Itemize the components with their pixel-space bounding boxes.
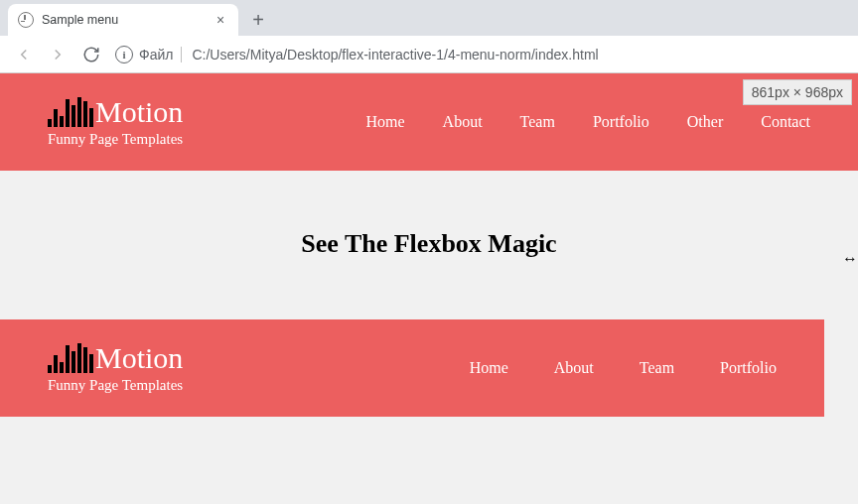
viewport-dimensions-overlay: 861px × 968px [743,79,852,105]
bottom-navbar: Motion Funny Page Templates Home About T… [0,319,824,417]
nav-link-portfolio[interactable]: Portfolio [593,113,649,131]
logo-bars-icon [48,97,93,127]
hero-heading: See The Flexbox Magic [301,229,556,259]
nav-link-about[interactable]: About [443,113,483,131]
brand-tagline: Funny Page Templates [48,377,183,394]
bottom-menu: Home About Team Portfolio [470,359,777,377]
globe-icon [18,12,34,28]
tab-title: Sample menu [42,13,118,27]
brand-name: Motion [95,97,183,127]
brand-name: Motion [95,343,183,373]
nav-link-team[interactable]: Team [520,113,555,131]
nav-link-contact[interactable]: Contact [761,113,810,131]
nav-link-home[interactable]: Home [470,359,508,377]
top-menu: Home About Team Portfolio Other Contact [365,113,810,131]
browser-tab[interactable]: Sample menu × [8,4,238,36]
browser-toolbar: i Файл C:/Users/Mitya/Desktop/flex-inter… [0,36,858,73]
forward-button[interactable] [44,41,72,68]
resize-cursor-icon: ↔ [842,250,858,268]
url-path: C:/Users/Mitya/Desktop/flex-interactive-… [192,47,598,63]
url-prefix: Файл [139,47,173,63]
back-button[interactable] [10,41,38,68]
brand-bottom[interactable]: Motion Funny Page Templates [48,343,183,394]
info-icon[interactable]: i [115,46,133,63]
reload-button[interactable] [77,41,105,68]
address-bar[interactable]: i Файл C:/Users/Mitya/Desktop/flex-inter… [111,41,848,68]
logo-bars-icon [48,343,93,373]
url-separator [181,47,182,63]
nav-link-other[interactable]: Other [687,113,723,131]
nav-link-home[interactable]: Home [365,113,404,131]
top-navbar: Motion Funny Page Templates Home About T… [0,73,858,171]
brand[interactable]: Motion Funny Page Templates [48,97,183,148]
nav-link-about[interactable]: About [554,359,594,377]
close-tab-icon[interactable]: × [213,12,228,28]
browser-chrome: Sample menu × + i Файл C:/Users/Mitya/De… [0,0,858,73]
brand-tagline: Funny Page Templates [48,131,183,148]
tab-strip: Sample menu × + [0,0,858,36]
page-viewport: 861px × 968px ↔ Motion Funny Page Templa… [0,73,858,504]
nav-link-portfolio[interactable]: Portfolio [720,359,777,377]
nav-link-team[interactable]: Team [640,359,674,377]
hero-section: See The Flexbox Magic [0,171,858,317]
new-tab-button[interactable]: + [244,6,272,34]
